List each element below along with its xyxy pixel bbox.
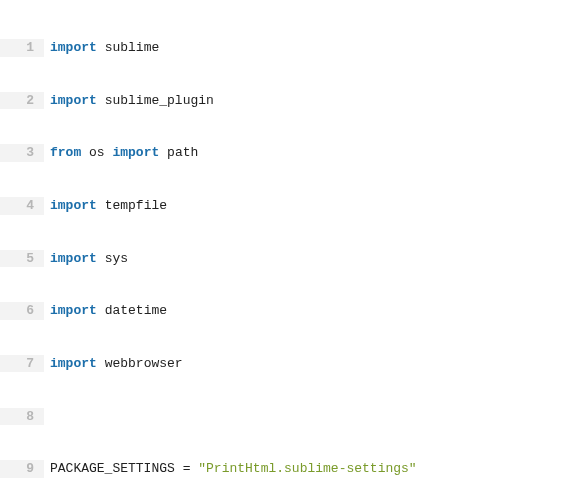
code: PACKAGE_SETTINGS = "PrintHtml.sublime-se…	[44, 460, 417, 478]
line-number: 2	[0, 92, 44, 110]
line-number: 1	[0, 39, 44, 57]
code: import sublime_plugin	[44, 92, 214, 110]
line-number: 3	[0, 144, 44, 162]
line-number: 7	[0, 355, 44, 373]
code-line: 9PACKAGE_SETTINGS = "PrintHtml.sublime-s…	[0, 460, 561, 478]
code: from os import path	[44, 144, 198, 162]
line-number: 9	[0, 460, 44, 478]
code-line: 7import webbrowser	[0, 355, 561, 373]
code-block-top: 1import sublime 2import sublime_plugin 3…	[0, 4, 561, 500]
code-line: 6import datetime	[0, 302, 561, 320]
code-line: 8	[0, 408, 561, 426]
line-number: 8	[0, 408, 44, 426]
code-line: 1import sublime	[0, 39, 561, 57]
code: import sublime	[44, 39, 159, 57]
code: import tempfile	[44, 197, 167, 215]
code-line: 3from os import path	[0, 144, 561, 162]
code-line: 4import tempfile	[0, 197, 561, 215]
code-line: 2import sublime_plugin	[0, 92, 561, 110]
line-number: 6	[0, 302, 44, 320]
code: import datetime	[44, 302, 167, 320]
code-line: 5import sys	[0, 250, 561, 268]
line-number: 4	[0, 197, 44, 215]
line-number: 5	[0, 250, 44, 268]
code	[44, 408, 58, 426]
code: import webbrowser	[44, 355, 183, 373]
code: import sys	[44, 250, 128, 268]
